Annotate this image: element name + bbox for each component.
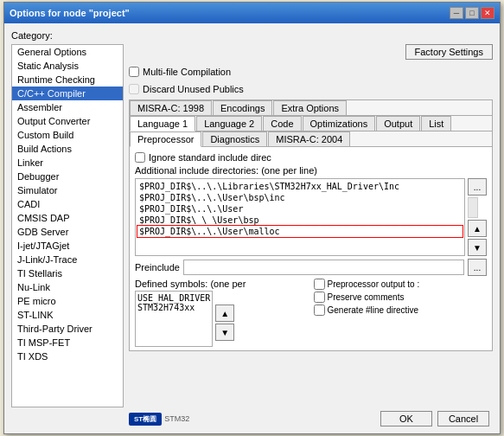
top-btn-row: Factory Settings: [129, 44, 493, 60]
symbol-1: STM32H743xx: [137, 303, 210, 312]
include-side-buttons: ... ▲ ▼: [468, 178, 487, 256]
main-area: General Options Static Analysis Runtime …: [11, 44, 493, 407]
include-dir-1: $PROJ_DIR$\..\.\User\bsp\inc: [137, 192, 463, 203]
include-dir-2: $PROJ_DIR$\..\.\User: [137, 203, 463, 215]
sidebar-item-linker[interactable]: Linker: [12, 156, 123, 170]
st-subtitle: STM32: [164, 414, 189, 423]
defined-symbols-left: Defined symbols: (one per USE_HAL_DRIVER…: [135, 279, 309, 347]
sidebar-item-compiler[interactable]: C/C++ Compiler: [12, 87, 123, 100]
sidebar-item-gdb[interactable]: GDB Server: [12, 225, 123, 239]
tab-misra-1998[interactable]: MISRA-C: 1998: [130, 100, 212, 115]
tab-list[interactable]: List: [421, 116, 451, 131]
additional-include-label: Additional include directories: (one per…: [135, 165, 487, 176]
include-scroll-up[interactable]: ▲: [468, 220, 487, 237]
preserve-comments-checkbox[interactable]: [314, 292, 325, 303]
category-sidebar: General Options Static Analysis Runtime …: [11, 44, 124, 407]
ok-button[interactable]: OK: [380, 411, 432, 426]
preinclude-row: Preinclude ...: [135, 259, 487, 276]
include-dir-4: $PROJ_DIR$\..\.\User\malloc: [137, 226, 463, 237]
include-dir-3: $PROJ_DIR$\ \ \User\bsp: [137, 215, 463, 226]
tabs-row2: Language 1 Language 2 Code Optimizations…: [130, 116, 492, 131]
tabs-area: MISRA-C: 1998 Encodings Extra Options La…: [129, 99, 493, 351]
dialog-buttons: OK Cancel: [380, 411, 493, 426]
tab-extra-options[interactable]: Extra Options: [273, 100, 347, 115]
include-dir-0: $PROJ_DIR$\..\.\Libraries\STM32H7xx_HAL_…: [137, 181, 463, 192]
ignore-label: Ignore standard include direc: [149, 152, 271, 163]
sidebar-item-custom-build[interactable]: Custom Build: [12, 128, 123, 142]
sidebar-item-ti-xds[interactable]: TI XDS: [12, 349, 123, 363]
discard-checkbox[interactable]: [129, 84, 139, 94]
include-dirs-box[interactable]: $PROJ_DIR$\..\.\Libraries\STM32H7xx_HAL_…: [135, 178, 465, 256]
sidebar-item-build-actions[interactable]: Build Actions: [12, 142, 123, 156]
sidebar-item-cadi[interactable]: CADI: [12, 197, 123, 211]
tab-encodings[interactable]: Encodings: [213, 100, 272, 115]
tab-preprocessor[interactable]: Preprocessor: [130, 131, 201, 147]
maximize-button[interactable]: □: [465, 7, 479, 19]
sidebar-item-assembler[interactable]: Assembler: [12, 100, 123, 114]
tabs-row3: Preprocessor Diagnostics MISRA-C: 2004: [130, 131, 492, 147]
multi-file-checkbox[interactable]: [129, 67, 139, 77]
defined-symbols-box[interactable]: USE_HAL_DRIVER STM32H743xx: [135, 291, 213, 347]
include-scroll-down[interactable]: ▼: [468, 239, 487, 256]
ignore-row: Ignore standard include direc: [135, 152, 487, 163]
titlebar-controls: ─ □ ✕: [450, 7, 494, 19]
symbols-side-buttons: ▲ ▼: [215, 305, 234, 347]
tab-code[interactable]: Code: [263, 116, 301, 131]
tab-language2[interactable]: Language 2: [196, 116, 262, 131]
preprocessor-output-row: Preprocessor output to :: [314, 279, 488, 290]
tab-misra-2004[interactable]: MISRA-C: 2004: [268, 131, 350, 146]
preinclude-input[interactable]: [183, 260, 464, 275]
multi-file-label: Multi-file Compilation: [143, 67, 231, 77]
close-button[interactable]: ✕: [481, 7, 494, 19]
titlebar: Options for node "project" ─ □ ✕: [4, 3, 500, 23]
generate-directives-row: Generate #line directive: [314, 305, 488, 316]
sidebar-item-nu-link[interactable]: Nu-Link: [12, 280, 123, 294]
sidebar-item-stlink[interactable]: ST-LINK: [12, 308, 123, 322]
tabs-row1: MISRA-C: 1998 Encodings Extra Options: [130, 100, 492, 116]
sidebar-item-third-party[interactable]: Third-Party Driver: [12, 322, 123, 336]
sidebar-item-simulator[interactable]: Simulator: [12, 183, 123, 197]
preserve-comments-label: Preserve comments: [328, 292, 405, 302]
sidebar-item-ti-msp[interactable]: TI MSP-FET: [12, 336, 123, 349]
preserve-comments-row: Preserve comments: [314, 292, 488, 303]
generate-directives-checkbox[interactable]: [314, 305, 325, 316]
defined-symbols-right: Preprocessor output to : Preserve commen…: [314, 279, 488, 347]
category-label: Category:: [11, 30, 493, 41]
tab-output[interactable]: Output: [376, 116, 420, 131]
defined-symbols-title: Defined symbols: (one per: [135, 279, 309, 289]
tab-content: Ignore standard include direc Additional…: [130, 147, 492, 350]
main-window: Options for node "project" ─ □ ✕ Categor…: [3, 2, 501, 434]
minimize-button[interactable]: ─: [450, 7, 463, 19]
include-dirs-container: $PROJ_DIR$\..\.\Libraries\STM32H7xx_HAL_…: [135, 178, 487, 256]
sidebar-item-debugger[interactable]: Debugger: [12, 170, 123, 183]
st-logo: ST椭圆: [129, 413, 162, 426]
discard-label: Discard Unused Publics: [143, 84, 244, 94]
preinclude-browse-button[interactable]: ...: [468, 259, 487, 276]
ignore-checkbox[interactable]: [135, 152, 145, 163]
window-title: Options for node "project": [10, 8, 130, 18]
tab-diagnostics[interactable]: Diagnostics: [202, 131, 267, 146]
preprocessor-options: Preprocessor output to : Preserve commen…: [314, 279, 488, 316]
cancel-button[interactable]: Cancel: [437, 411, 489, 426]
preinclude-label: Preinclude: [135, 262, 180, 272]
symbols-scroll-up[interactable]: ▲: [215, 305, 234, 322]
sidebar-item-cmsis-dap[interactable]: CMSIS DAP: [12, 211, 123, 225]
symbols-scroll-down[interactable]: ▼: [215, 324, 234, 341]
preprocessor-output-label: Preprocessor output to :: [328, 279, 420, 289]
tab-optimizations[interactable]: Optimizations: [303, 116, 376, 131]
include-browse-button[interactable]: ...: [468, 178, 487, 196]
factory-settings-button[interactable]: Factory Settings: [405, 44, 493, 60]
sidebar-item-runtime[interactable]: Runtime Checking: [12, 73, 123, 87]
tab-language1[interactable]: Language 1: [130, 116, 195, 131]
sidebar-item-output-converter[interactable]: Output Converter: [12, 114, 123, 128]
sidebar-item-pe-micro[interactable]: PE micro: [12, 294, 123, 308]
sidebar-item-ti-stellaris[interactable]: TI Stellaris: [12, 266, 123, 280]
sidebar-item-static[interactable]: Static Analysis: [12, 59, 123, 73]
sidebar-item-jlink[interactable]: J-Link/J-Trace: [12, 253, 123, 266]
generate-directives-label: Generate #line directive: [328, 305, 419, 315]
sidebar-item-ijet[interactable]: I-jet/JTAGjet: [12, 239, 123, 253]
symbol-0: USE_HAL_DRIVER: [137, 293, 210, 303]
sidebar-item-general[interactable]: General Options: [12, 45, 123, 59]
preprocessor-output-checkbox[interactable]: [314, 279, 325, 290]
discard-row: Discard Unused Publics: [129, 84, 493, 94]
